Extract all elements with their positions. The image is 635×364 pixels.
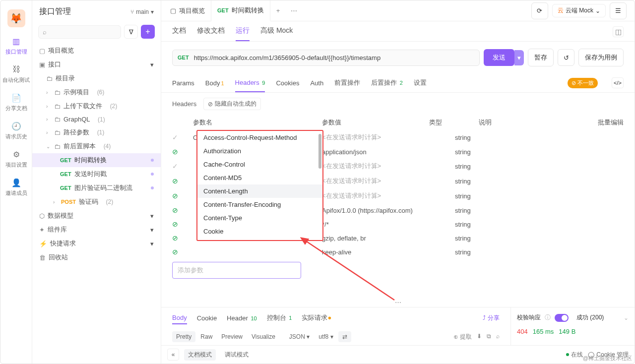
tree-api-item[interactable]: ›POST验证码 (2) <box>32 195 161 209</box>
send-button[interactable]: 发送 <box>484 49 514 66</box>
subtab-mock[interactable]: 高级 Mock <box>260 26 293 41</box>
tree-folder[interactable]: ›🗀路径参数 (1) <box>32 125 161 139</box>
paramtab-body[interactable]: Body1 <box>205 74 224 92</box>
tree-folder[interactable]: ›🗀示例项目 (6) <box>32 85 161 99</box>
checkbox-icon[interactable]: ⊘ <box>172 220 178 228</box>
paramtab-auth[interactable]: Auth <box>310 74 323 92</box>
paramtab-pre[interactable]: 前置操作 <box>334 73 360 92</box>
rail-item-api[interactable]: ▥接口管理 <box>5 36 27 56</box>
fmt-enc[interactable]: utf8 ▾ <box>315 331 337 342</box>
stash-button[interactable]: 暂存 <box>528 49 554 66</box>
checkbox-icon[interactable]: ⊘ <box>172 192 178 200</box>
tree-api-item[interactable]: GET发送时间戳 <box>32 167 161 181</box>
extract-button[interactable]: ⊕ 提取 <box>453 333 472 341</box>
reset-button[interactable]: ↺ <box>558 49 574 66</box>
resize-handle[interactable]: ⋯ <box>161 298 635 307</box>
tree-folder[interactable]: ›🗀上传下载文件 (2) <box>32 99 161 113</box>
tree-section[interactable]: ✦组件库▾ <box>32 223 161 237</box>
fmt-raw[interactable]: Raw <box>196 331 216 342</box>
url-input[interactable]: GEThttps://mock.apifox.com/m1/3656905-0-… <box>172 50 480 66</box>
tree-section[interactable]: 🗑回收站 <box>32 250 161 264</box>
mode-debug[interactable]: 调试模式 <box>221 349 253 361</box>
fmt-preview[interactable]: Preview <box>217 331 247 342</box>
add-button[interactable]: + <box>141 25 155 39</box>
search-input[interactable]: ⌕ <box>38 25 121 39</box>
checkbox-icon[interactable]: ⊘ <box>172 234 178 242</box>
download-icon[interactable]: ⬇ <box>477 333 482 341</box>
paramtab-post[interactable]: 后置操作 2 <box>371 73 403 92</box>
tab-add[interactable]: + <box>270 7 286 14</box>
menu-button[interactable]: ☰ <box>610 2 627 19</box>
tree-api-item[interactable]: GET时间戳转换 <box>32 153 161 167</box>
header-row[interactable]: ⊘keep-alivestring <box>161 245 635 259</box>
fmt-type[interactable]: JSON ▾ <box>285 331 314 342</box>
tree-interfaces[interactable]: ▣接口▾ <box>32 58 161 71</box>
resp-tab-body[interactable]: Body <box>172 312 187 324</box>
save-case-button[interactable]: 保存为用例 <box>578 49 624 66</box>
checkbox-icon[interactable]: ⊘ <box>172 206 178 214</box>
checkbox-icon[interactable]: ✓ <box>172 133 178 141</box>
dropdown-item[interactable]: Access-Control-Request-Method <box>197 131 322 144</box>
search-icon[interactable]: ⌕ <box>496 333 500 341</box>
tree-folder[interactable]: ›🗀GraphQL (1) <box>32 113 161 125</box>
checkbox-icon[interactable]: ⊘ <box>172 148 178 156</box>
tree-section[interactable]: ⬡数据模型▾ <box>32 209 161 223</box>
verify-toggle[interactable] <box>555 314 569 322</box>
paramtab-headers[interactable]: Headers 9 <box>235 74 265 92</box>
rail-item-settings[interactable]: ⚙项目设置 <box>5 149 27 169</box>
share-button[interactable]: ⤴分享 <box>483 314 500 322</box>
dropdown-item[interactable]: Cookie <box>197 225 322 238</box>
tab-overview[interactable]: ▢项目概览 <box>164 0 211 21</box>
rail-item-automation[interactable]: ⛓自动化测试 <box>2 64 30 84</box>
tab-more[interactable]: ⋯ <box>286 7 302 14</box>
tree-project-overview[interactable]: ▢项目概览 <box>32 44 161 58</box>
fmt-wrap[interactable]: ⇄ <box>338 331 351 342</box>
header-name-dropdown[interactable]: Access-Control-Request-Method Authorizat… <box>196 130 323 241</box>
rail-item-invite[interactable]: 👤邀请成员 <box>5 178 27 197</box>
dropdown-item[interactable]: Content-MD5 <box>197 171 322 184</box>
mode-doc[interactable]: 文档模式 <box>184 349 216 361</box>
resp-tab-header[interactable]: Header 10 <box>227 312 257 324</box>
paramtab-cookies[interactable]: Cookies <box>276 74 299 92</box>
dropdown-item[interactable]: Content-Transfer-Encoding <box>197 198 322 211</box>
collapse-button[interactable]: « <box>167 349 179 361</box>
dropdown-item[interactable]: Content-Type <box>197 211 322 225</box>
checkbox-icon[interactable]: ⊘ <box>172 177 178 185</box>
paramtab-params[interactable]: Params <box>172 74 194 92</box>
panel-toggle[interactable]: ◫ <box>613 26 624 37</box>
checkbox-icon[interactable]: ✓ <box>172 162 178 170</box>
tree-section[interactable]: ⚡快捷请求▾ <box>32 237 161 250</box>
code-gen-button[interactable]: </> <box>612 77 624 88</box>
send-dropdown[interactable]: ▾ <box>514 50 524 65</box>
batch-edit[interactable]: 批量编辑 <box>598 118 624 127</box>
tree-folder-expanded[interactable]: ⌄🗀前后置脚本 (4) <box>32 139 161 153</box>
dropdown-item[interactable]: Content-Length <box>197 184 322 198</box>
dropdown-item[interactable]: Cache-Control <box>197 158 322 171</box>
env-selector[interactable]: 云云端 Mock⌄ <box>552 4 606 17</box>
fmt-visualize[interactable]: Visualize <box>248 331 279 342</box>
add-param-input[interactable]: 添加参数 <box>172 262 301 279</box>
subtab-doc[interactable]: 文档 <box>172 26 186 41</box>
sync-button[interactable]: ⟳ <box>531 2 548 19</box>
resp-tab-cookie[interactable]: Cookie <box>197 312 217 324</box>
filter-button[interactable]: ∇ <box>124 25 138 39</box>
resp-tab-console[interactable]: 控制台 1 <box>267 311 292 324</box>
branch-selector[interactable]: ⑂main▾ <box>130 8 154 15</box>
checkbox-icon[interactable]: ⊘ <box>172 248 178 256</box>
success-status[interactable]: 成功 (200) <box>576 313 604 322</box>
resp-tab-actual[interactable]: 实际请求● <box>302 311 331 324</box>
tab-api[interactable]: GET时间戳转换 <box>211 0 270 21</box>
hide-auto-generated[interactable]: ⊘隐藏自动生成的 <box>203 98 261 110</box>
subtab-run[interactable]: 运行 <box>236 26 250 41</box>
paramtab-settings[interactable]: 设置 <box>414 73 427 92</box>
rail-item-history[interactable]: 🕘请求历史 <box>5 121 27 140</box>
rail-item-share[interactable]: 📄分享文档 <box>5 93 27 112</box>
subtab-edit[interactable]: 修改文档 <box>197 26 225 41</box>
dropdown-item[interactable]: Authorization <box>197 144 322 158</box>
tree-root-folder[interactable]: 🗀根目录 <box>32 71 161 85</box>
diff-warning[interactable]: ⊘不一致 <box>568 78 598 88</box>
copy-icon[interactable]: ⧉ <box>487 333 491 341</box>
tree-api-item[interactable]: GET图片验证码二进制流 <box>32 181 161 195</box>
fmt-pretty[interactable]: Pretty <box>172 331 195 342</box>
scrollbar[interactable] <box>318 134 321 169</box>
